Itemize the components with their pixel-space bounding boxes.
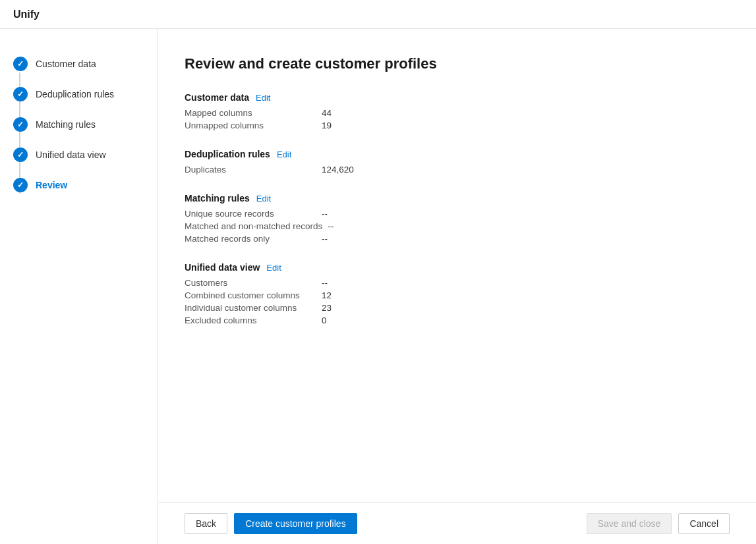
section-header-customer-data: Customer data Edit <box>185 92 730 103</box>
sidebar-item-matching-rules[interactable]: ✓ Matching rules <box>0 109 158 140</box>
check-icon-3: ✓ <box>17 120 24 129</box>
label-matched-nonmatched: Matched and non-matched records <box>185 221 322 231</box>
step-circle-4: ✓ <box>13 148 28 162</box>
edit-link-customer-data[interactable]: Edit <box>256 93 270 103</box>
label-duplicates: Duplicates <box>185 165 316 175</box>
section-header-matching: Matching rules Edit <box>185 193 730 204</box>
label-unmapped-columns: Unmapped columns <box>185 121 316 130</box>
row-unmapped-columns: Unmapped columns 19 <box>185 119 730 132</box>
section-customer-data: Customer data Edit Mapped columns 44 Unm… <box>185 92 730 132</box>
value-customers: -- <box>322 278 328 288</box>
page-title: Review and create customer profiles <box>185 55 730 72</box>
label-combined-columns: Combined customer columns <box>185 290 316 300</box>
sidebar-item-customer-data[interactable]: ✓ Customer data <box>0 49 158 79</box>
label-unique-source: Unique source records <box>185 209 316 219</box>
value-unmapped-columns: 19 <box>322 121 332 130</box>
app-header: Unify <box>0 0 756 29</box>
sidebar-item-unified-data-view[interactable]: ✓ Unified data view <box>0 140 158 170</box>
section-title-unified: Unified data view <box>185 262 260 273</box>
row-matched-only: Matched records only -- <box>185 232 730 245</box>
label-matched-only: Matched records only <box>185 234 316 244</box>
sidebar-item-deduplication-rules[interactable]: ✓ Deduplication rules <box>0 79 158 109</box>
check-icon-2: ✓ <box>17 90 24 99</box>
sidebar-label-2: Deduplication rules <box>36 89 114 99</box>
edit-link-unified[interactable]: Edit <box>266 263 281 273</box>
step-circle-5: ✓ <box>13 178 28 192</box>
section-header-unified: Unified data view Edit <box>185 262 730 273</box>
create-profiles-button[interactable]: Create customer profiles <box>234 513 357 534</box>
value-matched-only: -- <box>322 234 328 244</box>
section-header-dedup: Deduplication rules Edit <box>185 149 730 159</box>
edit-link-matching[interactable]: Edit <box>256 194 271 204</box>
label-customers: Customers <box>185 278 316 288</box>
footer-left: Back Create customer profiles <box>185 513 587 534</box>
value-excluded-columns: 0 <box>322 315 327 325</box>
back-button[interactable]: Back <box>185 513 227 534</box>
label-mapped-columns: Mapped columns <box>185 108 316 118</box>
content-body: Review and create customer profiles Cust… <box>158 29 756 502</box>
sidebar-label-5: Review <box>36 180 67 190</box>
step-circle-1: ✓ <box>13 57 28 71</box>
label-individual-columns: Individual customer columns <box>185 303 316 313</box>
sidebar-label-3: Matching rules <box>36 119 96 130</box>
footer-right: Save and close Cancel <box>587 513 730 534</box>
label-excluded-columns: Excluded columns <box>185 315 316 325</box>
value-matched-nonmatched: -- <box>328 221 334 231</box>
value-unique-source: -- <box>322 209 328 219</box>
sidebar-label-1: Customer data <box>36 59 96 69</box>
section-unified-data-view: Unified data view Edit Customers -- Comb… <box>185 262 730 327</box>
edit-link-dedup[interactable]: Edit <box>277 150 291 159</box>
row-individual-columns: Individual customer columns 23 <box>185 302 730 314</box>
section-title-matching: Matching rules <box>185 193 250 204</box>
section-matching-rules: Matching rules Edit Unique source record… <box>185 193 730 245</box>
main-layout: ✓ Customer data ✓ Deduplication rules ✓ … <box>0 29 756 544</box>
save-close-button[interactable]: Save and close <box>587 513 672 534</box>
section-title-dedup: Deduplication rules <box>185 149 270 159</box>
cancel-button[interactable]: Cancel <box>678 513 730 534</box>
row-mapped-columns: Mapped columns 44 <box>185 107 730 119</box>
row-customers: Customers -- <box>185 277 730 289</box>
content-area: Review and create customer profiles Cust… <box>158 29 756 544</box>
value-duplicates: 124,620 <box>322 165 354 175</box>
step-circle-2: ✓ <box>13 87 28 101</box>
app-title: Unify <box>13 9 40 20</box>
row-unique-source: Unique source records -- <box>185 207 730 220</box>
step-circle-3: ✓ <box>13 117 28 132</box>
check-icon-5: ✓ <box>17 180 24 190</box>
row-combined-columns: Combined customer columns 12 <box>185 289 730 302</box>
section-deduplication-rules: Deduplication rules Edit Duplicates 124,… <box>185 149 730 176</box>
footer: Back Create customer profiles Save and c… <box>158 502 756 544</box>
check-icon-1: ✓ <box>17 59 24 68</box>
row-matched-nonmatched: Matched and non-matched records -- <box>185 220 730 232</box>
value-individual-columns: 23 <box>322 303 332 313</box>
sidebar-item-review[interactable]: ✓ Review <box>0 170 158 200</box>
row-duplicates: Duplicates 124,620 <box>185 163 730 176</box>
sidebar-label-4: Unified data view <box>36 150 106 160</box>
value-combined-columns: 12 <box>322 290 332 300</box>
sidebar: ✓ Customer data ✓ Deduplication rules ✓ … <box>0 29 158 544</box>
row-excluded-columns: Excluded columns 0 <box>185 314 730 327</box>
value-mapped-columns: 44 <box>322 108 332 118</box>
check-icon-4: ✓ <box>17 150 24 159</box>
section-title-customer-data: Customer data <box>185 92 249 103</box>
